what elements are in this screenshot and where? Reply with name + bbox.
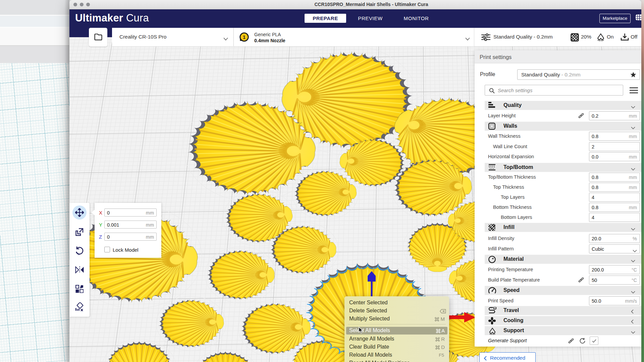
svg-text:1: 1 bbox=[243, 35, 246, 40]
